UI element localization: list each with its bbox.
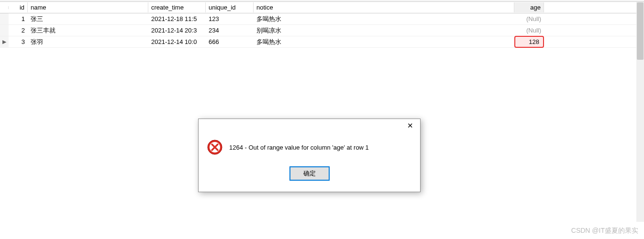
dialog-message: 1264 - Out of range value for column 'ag… <box>229 144 369 151</box>
cell-id[interactable]: 2 <box>9 25 28 35</box>
watermark: CSDN @IT盛夏的果实 <box>571 227 638 235</box>
header-name[interactable]: name <box>28 2 148 12</box>
header-age[interactable]: age <box>514 2 544 12</box>
header-notice[interactable]: notice <box>254 2 514 12</box>
table-body: 1张三2021-12-18 11:5123多喝热水(Null)2张三丰就2021… <box>0 13 644 48</box>
table-row[interactable]: 2张三丰就2021-12-14 20:3234别喝凉水(Null) <box>0 25 644 36</box>
row-marker <box>0 13 9 24</box>
cell-age[interactable]: 128 <box>514 36 544 48</box>
error-dialog: ✕ 1264 - Out of range value for column '… <box>198 119 421 192</box>
cell-create-time[interactable]: 2021-12-14 20:3 <box>148 25 206 35</box>
cell-unique-id[interactable]: 234 <box>206 25 254 35</box>
row-marker: ▶ <box>0 36 9 47</box>
table-header-row: id name create_time unique_id notice age <box>0 2 644 13</box>
scrollbar-thumb[interactable] <box>637 2 644 60</box>
dialog-footer: 确定 <box>199 164 420 192</box>
vertical-scrollbar[interactable] <box>636 2 644 222</box>
data-table: id name create_time unique_id notice age… <box>0 2 644 48</box>
table-row[interactable]: ▶3张羽2021-12-14 10:0666多喝热水128 <box>0 36 644 48</box>
dialog-titlebar: ✕ <box>199 119 420 132</box>
close-button[interactable]: ✕ <box>400 119 420 132</box>
dialog-body: 1264 - Out of range value for column 'ag… <box>199 132 420 164</box>
cell-name[interactable]: 张三 <box>28 13 148 25</box>
ok-button[interactable]: 确定 <box>290 167 329 180</box>
table-row[interactable]: 1张三2021-12-18 11:5123多喝热水(Null) <box>0 13 644 25</box>
cell-name[interactable]: 张三丰就 <box>28 25 148 36</box>
cell-notice[interactable]: 多喝热水 <box>254 36 514 48</box>
header-marker[interactable] <box>0 6 9 9</box>
cell-name[interactable]: 张羽 <box>28 36 148 48</box>
header-create-time[interactable]: create_time <box>148 2 206 12</box>
cell-id[interactable]: 3 <box>9 37 28 47</box>
header-id[interactable]: id <box>9 2 28 12</box>
error-icon <box>207 140 222 155</box>
row-marker <box>0 25 9 36</box>
header-unique-id[interactable]: unique_id <box>206 2 254 12</box>
cell-unique-id[interactable]: 666 <box>206 37 254 47</box>
cell-age[interactable]: (Null) <box>514 25 544 35</box>
cell-id[interactable]: 1 <box>9 14 28 24</box>
cell-notice[interactable]: 别喝凉水 <box>254 25 514 36</box>
cell-create-time[interactable]: 2021-12-18 11:5 <box>148 14 206 24</box>
cell-unique-id[interactable]: 123 <box>206 14 254 24</box>
cell-notice[interactable]: 多喝热水 <box>254 13 514 25</box>
cell-create-time[interactable]: 2021-12-14 10:0 <box>148 37 206 47</box>
cell-age[interactable]: (Null) <box>514 14 544 24</box>
